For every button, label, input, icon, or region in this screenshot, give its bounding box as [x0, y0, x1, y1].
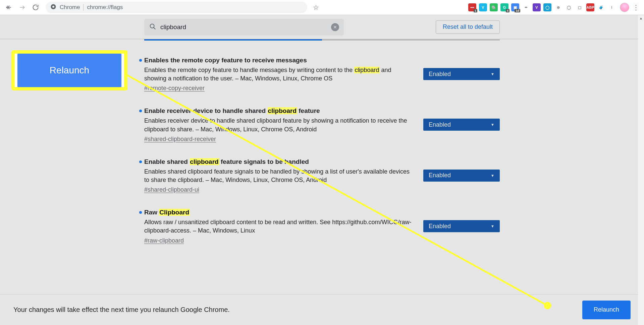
flag-permalink[interactable]: #shared-clipboard-ui [144, 186, 199, 193]
svg-point-4 [150, 24, 154, 28]
flag-state-value: Enabled [429, 71, 451, 78]
flags-search-box[interactable]: ✕ [144, 19, 344, 36]
flag-row: Enables the remote copy feature to recei… [144, 41, 500, 92]
search-highlight: Clipboard [159, 209, 190, 216]
profile-avatar[interactable] [620, 3, 629, 12]
chevron-down-icon: ▼ [491, 174, 494, 178]
svg-line-5 [154, 27, 155, 29]
annotation-relaunch-button: Relaunch [17, 54, 121, 87]
modified-dot-icon [139, 211, 142, 214]
chevron-down-icon: ▼ [491, 72, 494, 76]
scrollbar-up-arrow-icon[interactable]: ▲ [638, 15, 644, 21]
forward-button[interactable] [16, 1, 28, 13]
flags-search-input[interactable] [160, 23, 327, 31]
tab-unavailable[interactable] [322, 39, 500, 41]
flag-permalink[interactable]: #remote-copy-receiver [144, 85, 205, 92]
extension-badge: 1d [515, 9, 520, 12]
omnibox-url: chrome://flags [87, 4, 123, 11]
tab-available[interactable] [144, 39, 322, 41]
extension-row: •••1V🐘G4▣1d✒V◯⊕◯▢ABP🧳⁞ [468, 3, 619, 11]
extension-badge: 4 [506, 9, 509, 12]
flag-description: Allows raw / unsanitized clipboard conte… [144, 218, 413, 235]
flag-permalink[interactable]: #raw-clipboard [144, 237, 184, 244]
chrome-icon [50, 4, 56, 11]
relaunch-footer: Your changes will take effect the next t… [0, 294, 644, 325]
extension-onetab-icon[interactable]: ▣1d [511, 3, 519, 11]
extension-briefcase-icon[interactable]: 🧳 [597, 3, 605, 11]
search-highlight: clipboard [190, 158, 219, 165]
flag-title: Enable receiver device to handle shared … [144, 107, 413, 115]
chevron-down-icon: ▼ [491, 224, 494, 228]
flag-state-select[interactable]: Enabled▼ [423, 119, 500, 131]
address-bar[interactable]: Chrome chrome://flags [46, 2, 307, 13]
flag-state-select[interactable]: Enabled▼ [423, 68, 500, 80]
flags-toolbar: ✕ Reset all to default [0, 15, 644, 39]
flag-info: Enables the remote copy feature to recei… [144, 57, 413, 92]
modified-dot-icon [139, 59, 142, 62]
flag-row: Raw ClipboardAllows raw / unsanitized cl… [144, 193, 500, 244]
flag-description: Enables shared clipboard feature signals… [144, 168, 413, 184]
extension-grammarly-icon[interactable]: G4 [500, 3, 508, 11]
chrome-menu-icon[interactable]: ⋮ [631, 3, 641, 11]
flag-description: Enables receiver device to handle shared… [144, 117, 413, 133]
extension-plus-icon[interactable]: ⊕ [554, 3, 562, 11]
extension-dots-icon[interactable]: ⁞ [608, 3, 616, 11]
omnibox-separator [83, 4, 84, 11]
relaunch-button[interactable]: Relaunch [582, 301, 631, 319]
extension-circle-icon[interactable]: ◯ [565, 3, 573, 11]
flag-state-select[interactable]: Enabled▼ [423, 170, 500, 182]
search-icon [149, 23, 156, 31]
flag-title: Enables the remote copy feature to recei… [144, 57, 413, 64]
annotation-callout: Relaunch [11, 50, 127, 90]
extension-loom-icon[interactable]: ◯ [543, 3, 551, 11]
reload-button[interactable] [30, 1, 42, 13]
extension-evernote-icon[interactable]: 🐘 [490, 3, 498, 11]
extension-pen-icon[interactable]: ✒ [522, 3, 530, 11]
modified-dot-icon [139, 110, 142, 112]
extension-adblock-icon[interactable]: ABP [586, 3, 594, 11]
clear-search-icon[interactable]: ✕ [331, 23, 339, 31]
flag-row: Enable receiver device to handle shared … [144, 92, 500, 142]
omnibox-chip: Chrome [60, 4, 80, 11]
extension-box-icon[interactable]: ▢ [576, 3, 584, 11]
reset-all-button[interactable]: Reset all to default [436, 20, 500, 34]
chevron-down-icon: ▼ [491, 123, 494, 127]
flag-permalink[interactable]: #shared-clipboard-receiver [144, 136, 216, 143]
vertical-scrollbar[interactable] [638, 15, 644, 325]
relaunch-message: Your changes will take effect the next t… [13, 306, 230, 314]
flag-title: Raw Clipboard [144, 209, 413, 216]
flag-info: Enable receiver device to handle shared … [144, 107, 413, 142]
flag-state-select[interactable]: Enabled▼ [423, 220, 500, 232]
extension-lastpass-icon[interactable]: •••1 [468, 3, 476, 11]
search-highlight: clipboard [354, 67, 379, 73]
flag-state-value: Enabled [429, 172, 451, 179]
browser-toolbar: Chrome chrome://flags ☆ •••1V🐘G4▣1d✒V◯⊕◯… [0, 0, 644, 15]
extension-vidyard-icon[interactable]: V [533, 3, 541, 11]
flag-row: Enable shared clipboard feature signals … [144, 143, 500, 193]
svg-point-3 [52, 6, 54, 8]
flag-state-value: Enabled [429, 121, 451, 128]
flag-state-value: Enabled [429, 223, 451, 230]
bookmark-star-icon[interactable]: ☆ [311, 3, 321, 11]
flag-title: Enable shared clipboard feature signals … [144, 158, 413, 166]
extension-badge: 1 [474, 9, 477, 12]
flag-info: Raw ClipboardAllows raw / unsanitized cl… [144, 209, 413, 244]
flag-info: Enable shared clipboard feature signals … [144, 158, 413, 193]
search-highlight: clipboard [268, 107, 297, 114]
modified-dot-icon [139, 160, 142, 163]
back-button[interactable] [3, 1, 15, 13]
flag-description: Enables the remote copy feature to handl… [144, 66, 413, 83]
extension-vimeo-icon[interactable]: V [479, 3, 487, 11]
